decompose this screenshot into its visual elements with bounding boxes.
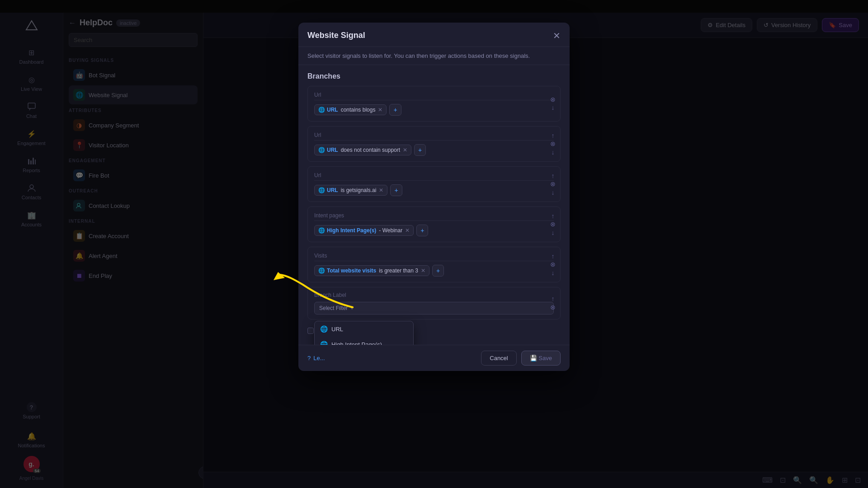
help-text: Le... xyxy=(313,355,325,361)
chip-url-support: 🌐 URL does not contain support ✕ xyxy=(314,145,411,155)
select-filter-button[interactable]: Select Filter + xyxy=(314,302,554,314)
branch-field-url-1: Url xyxy=(314,92,554,100)
dropdown-label-high-intent: High Intent Page(s) xyxy=(331,341,382,345)
branch-row-2: Url 🌐 URL does not contain support ✕ + ↑… xyxy=(307,126,561,162)
chip-key-4: High Intent Page(s) xyxy=(327,227,376,234)
branch-row-5: Visits 🌐 Total website visits is greater… xyxy=(307,247,561,282)
footer-help[interactable]: ? Le... xyxy=(307,355,325,361)
chip-remove-button[interactable]: ✕ xyxy=(378,107,382,113)
chip-add-button-1[interactable]: + xyxy=(389,104,401,116)
chip-url-blogs: 🌐 URL contains blogs ✕ xyxy=(314,104,387,115)
chip-text-3: is getsignals.ai xyxy=(341,187,377,193)
modal-body: Branches Url 🌐 URL contains blogs ✕ + ⊗ … xyxy=(298,65,570,345)
branch-label-title: Branch Label xyxy=(314,292,554,298)
chip-key-5: Total website visits xyxy=(327,267,376,274)
branch-actions-4: ↑ ⊗ ↓ xyxy=(550,212,556,236)
modal-close-button[interactable]: ✕ xyxy=(553,31,561,40)
branch-actions-5: ↑ ⊗ ↓ xyxy=(550,252,556,277)
select-filter-plus-icon: + xyxy=(350,305,354,311)
branch-row-1: Url 🌐 URL contains blogs ✕ + ⊗ ↓ xyxy=(307,86,561,122)
branch-chips-2: 🌐 URL does not contain support ✕ + xyxy=(314,144,554,156)
branch-field-url-3: Url xyxy=(314,172,554,181)
branch-chips-3: 🌐 URL is getsignals.ai ✕ + xyxy=(314,184,554,196)
chip-text: contains blogs xyxy=(341,107,376,113)
dropdown-globe-high-intent: 🌐 xyxy=(320,341,328,345)
remove-label-icon[interactable]: ⊗ xyxy=(550,304,556,311)
chip-text-5: is greater than 3 xyxy=(379,267,418,274)
website-signal-modal: Website Signal ✕ Select visitor signals … xyxy=(298,23,570,371)
branch-row-4: Intent pages 🌐 High Intent Page(s) - Web… xyxy=(307,206,561,242)
chip-key-3: URL xyxy=(327,187,338,193)
branch-actions-1: ⊗ ↓ xyxy=(550,96,556,112)
branch-actions-3: ↑ ⊗ ↓ xyxy=(550,172,556,196)
branch-actions-2: ↑ ⊗ ↓ xyxy=(550,131,556,156)
chip-add-button-5[interactable]: + xyxy=(432,265,444,277)
move-down-5-icon[interactable]: ↓ xyxy=(552,269,555,277)
filter-dropdown: 🌐 URL 🌐 High Intent Page(s) 🌐 Total webs… xyxy=(314,321,414,345)
branch-row-3: Url 🌐 URL is getsignals.ai ✕ + ↑ ⊗ ↓ xyxy=(307,166,561,202)
move-up-3-icon[interactable]: ↑ xyxy=(552,172,555,179)
move-up-5-icon[interactable]: ↑ xyxy=(552,252,555,260)
move-down-4-icon[interactable]: ↓ xyxy=(552,229,555,237)
branches-label: Branches xyxy=(307,72,561,80)
modal-save-label: Save xyxy=(538,355,552,361)
chip-remove-button-5[interactable]: ✕ xyxy=(421,267,425,274)
dropdown-item-url[interactable]: 🌐 URL xyxy=(315,321,413,337)
branch-label-actions: ↑ ⊗ xyxy=(550,295,556,311)
chip-url-getsignals: 🌐 URL is getsignals.ai ✕ xyxy=(314,185,387,196)
chip-remove-button-3[interactable]: ✕ xyxy=(379,187,383,193)
dropdown-label-url: URL xyxy=(331,326,343,333)
modal-overlay: Website Signal ✕ Select visitor signals … xyxy=(0,0,868,488)
chip-globe-icon-4: 🌐 xyxy=(318,227,325,234)
remove-branch-2-icon[interactable]: ⊗ xyxy=(550,140,556,148)
cancel-button[interactable]: Cancel xyxy=(481,351,516,366)
branch-field-visits: Visits xyxy=(314,253,554,261)
branch-label-row: Branch Label Select Filter + ↑ ⊗ 🌐 URL xyxy=(307,287,561,319)
also-visitors-checkbox[interactable] xyxy=(307,328,314,334)
modal-subtitle: Select visitor signals to listen for. Yo… xyxy=(298,47,570,65)
branch-field-intent: Intent pages xyxy=(314,212,554,221)
branch-field-url-2: Url xyxy=(314,132,554,141)
move-down-1-icon[interactable]: ↓ xyxy=(552,104,555,112)
modal-title: Website Signal xyxy=(307,31,365,40)
save-icon-modal: 💾 xyxy=(530,355,537,361)
modal-footer: ? Le... Cancel 💾 Save xyxy=(298,345,570,371)
remove-branch-1-icon[interactable]: ⊗ xyxy=(550,96,556,103)
chip-key: URL xyxy=(327,107,338,113)
modal-header: Website Signal ✕ xyxy=(298,23,570,47)
chip-globe-icon-2: 🌐 xyxy=(318,147,325,153)
move-down-3-icon[interactable]: ↓ xyxy=(552,189,555,197)
chip-text-2: does not contain support xyxy=(341,147,400,153)
remove-branch-4-icon[interactable]: ⊗ xyxy=(550,221,556,228)
chip-intent-pages: 🌐 High Intent Page(s) - Webinar ✕ xyxy=(314,225,414,236)
chip-globe-icon-5: 🌐 xyxy=(318,267,325,274)
branch-chips-5: 🌐 Total website visits is greater than 3… xyxy=(314,265,554,277)
move-up-4-icon[interactable]: ↑ xyxy=(552,212,555,220)
select-filter-label: Select Filter xyxy=(319,305,348,311)
footer-actions: Cancel 💾 Save xyxy=(481,351,561,366)
svg-marker-8 xyxy=(274,272,285,280)
move-down-2-icon[interactable]: ↓ xyxy=(552,149,555,156)
chip-add-button-4[interactable]: + xyxy=(416,225,428,236)
chip-globe-icon: 🌐 xyxy=(318,107,325,113)
chip-remove-button-2[interactable]: ✕ xyxy=(403,147,407,153)
help-icon: ? xyxy=(307,355,311,361)
move-up-label-icon[interactable]: ↑ xyxy=(552,295,555,303)
branch-chips-1: 🌐 URL contains blogs ✕ + xyxy=(314,104,554,116)
dropdown-item-high-intent[interactable]: 🌐 High Intent Page(s) xyxy=(315,337,413,345)
chip-add-button-3[interactable]: + xyxy=(390,184,402,196)
chip-visits: 🌐 Total website visits is greater than 3… xyxy=(314,265,429,276)
branch-chips-4: 🌐 High Intent Page(s) - Webinar ✕ + xyxy=(314,225,554,236)
chip-add-button-2[interactable]: + xyxy=(414,144,426,156)
chip-text-4: - Webinar xyxy=(379,227,402,234)
chip-key-2: URL xyxy=(327,147,338,153)
chip-globe-icon-3: 🌐 xyxy=(318,187,325,193)
modal-save-button[interactable]: 💾 Save xyxy=(521,351,561,366)
remove-branch-3-icon[interactable]: ⊗ xyxy=(550,180,556,188)
chip-remove-button-4[interactable]: ✕ xyxy=(405,227,410,234)
move-up-2-icon[interactable]: ↑ xyxy=(552,131,555,139)
remove-branch-5-icon[interactable]: ⊗ xyxy=(550,261,556,268)
dropdown-globe-url: 🌐 xyxy=(320,325,328,333)
